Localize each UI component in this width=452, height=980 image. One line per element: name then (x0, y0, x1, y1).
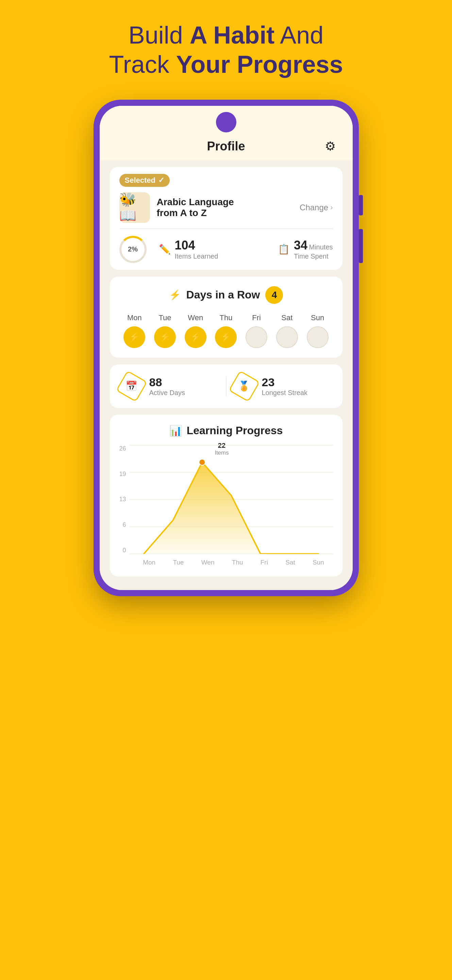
progress-percent: 2% (128, 245, 138, 253)
course-card: Selected ✓ 🐝📖 Arabic Language from A to … (110, 167, 343, 270)
day-circle-fri (246, 326, 267, 348)
items-learned-stat: ✏️ 104 Items Learned (159, 238, 218, 260)
chart-grid: 26 19 13 6 0 (119, 445, 333, 555)
app-content: Selected ✓ 🐝📖 Arabic Language from A to … (100, 160, 353, 590)
svg-point-5 (199, 459, 205, 465)
longest-streak-icon: 🏅 (232, 374, 257, 398)
active-days-number: 88 (149, 375, 186, 389)
progress-header: 📊 Learning Progress (119, 424, 333, 437)
longest-streak-number: 23 (262, 375, 308, 389)
active-days-stat: 📅 88 Active Days (119, 374, 220, 398)
settings-icon[interactable]: ⚙ (325, 139, 336, 153)
chevron-right-icon: › (330, 203, 333, 212)
chart-area: 22 Items 26 19 13 6 0 (119, 445, 333, 570)
day-fri: Fri (246, 313, 267, 348)
pencil-icon: ✏️ (159, 243, 171, 255)
app-title: Profile (207, 139, 245, 153)
course-name-line1: Arabic Language (157, 197, 293, 208)
progress-title: Learning Progress (187, 424, 283, 437)
day-sat: Sat (276, 313, 298, 348)
time-unit: Minutes (309, 243, 333, 251)
day-mon: Mon ⚡ (124, 313, 145, 348)
day-circle-thu: ⚡ (215, 326, 237, 348)
course-name-block: Arabic Language from A to Z (157, 197, 293, 218)
day-circle-tue: ⚡ (154, 326, 176, 348)
days-header: ⚡ Days in a Row 4 (119, 286, 333, 304)
phone-notch (216, 112, 236, 132)
day-tue: Tue ⚡ (154, 313, 176, 348)
days-grid: Mon ⚡ Tue ⚡ Wen ⚡ Thu (119, 313, 333, 348)
longest-streak-label: Longest Streak (262, 389, 308, 397)
time-label: Time Spent (294, 253, 333, 260)
change-button[interactable]: Change › (300, 203, 333, 212)
longest-streak-stat: 🏅 23 Longest Streak (232, 374, 333, 398)
chart-x-axis: Mon Tue Wen Thu Fri Sat Sun (119, 559, 333, 566)
day-circle-sun (307, 326, 328, 348)
days-in-row-card: ⚡ Days in a Row 4 Mon ⚡ Tue ⚡ (110, 277, 343, 358)
selected-badge: Selected ✓ (119, 174, 170, 187)
time-spent-number: 34 (294, 238, 308, 252)
learning-progress-card: 📊 Learning Progress 22 Items 26 (110, 415, 343, 576)
day-circle-mon: ⚡ (124, 326, 145, 348)
phone-side-button-2 (359, 229, 363, 263)
streak-divider (226, 376, 227, 396)
lightning-icon: ⚡ (169, 289, 181, 301)
course-name-line2: from A to Z (157, 208, 293, 218)
items-learned-number: 104 (175, 238, 218, 253)
days-count-badge: 4 (265, 286, 283, 304)
day-circle-sat (276, 326, 298, 348)
check-icon: ✓ (158, 176, 164, 185)
active-days-label: Active Days (149, 389, 186, 397)
items-learned-label: Items Learned (175, 253, 218, 260)
days-in-row-title: Days in a Row (186, 288, 260, 301)
document-icon: 📋 (278, 243, 290, 255)
hero-title: Build A Habit And Track Your Progress (109, 21, 343, 79)
chart-icon: 📊 (170, 425, 182, 437)
phone-frame: Profile ⚙ Selected ✓ 🐝📖 (94, 100, 359, 596)
course-info: 🐝📖 Arabic Language from A to Z Change › (119, 192, 333, 223)
course-icon: 🐝📖 (119, 192, 150, 223)
phone-screen: Profile ⚙ Selected ✓ 🐝📖 (100, 106, 353, 590)
day-circle-wen: ⚡ (185, 326, 206, 348)
streak-stats-card: 📅 88 Active Days 🏅 23 Longest St (110, 364, 343, 408)
phone-side-button-1 (359, 195, 363, 215)
day-sun: Sun (307, 313, 328, 348)
change-label: Change (300, 203, 328, 212)
chart-canvas (130, 445, 333, 555)
time-spent-stat: 📋 34 Minutes Time Spent (278, 238, 333, 260)
course-stats: 2% ✏️ 104 Items Learned 📋 (110, 229, 343, 270)
selected-label: Selected (125, 176, 156, 185)
chart-y-axis: 26 19 13 6 0 (119, 445, 130, 554)
active-days-icon: 📅 (119, 374, 144, 398)
progress-circle: 2% (119, 236, 147, 263)
phone-top-bar (100, 106, 353, 136)
day-thu: Thu ⚡ (215, 313, 237, 348)
hero-bold-2: Your Progress (176, 51, 343, 78)
day-wen: Wen ⚡ (185, 313, 206, 348)
app-header: Profile ⚙ (100, 136, 353, 160)
chart-svg (130, 445, 333, 554)
hero-bold-1: A Habit (190, 21, 274, 49)
